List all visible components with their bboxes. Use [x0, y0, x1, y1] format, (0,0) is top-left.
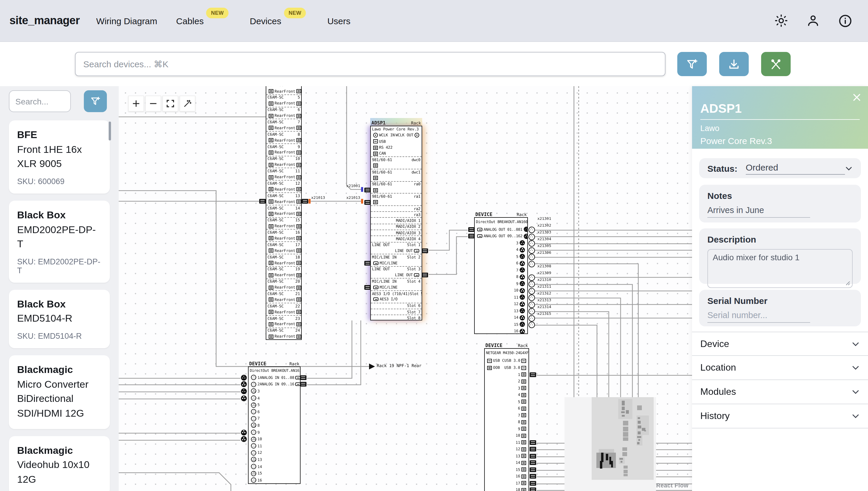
dsub-handle[interactable] — [468, 227, 475, 232]
sidebar-search-input[interactable] — [9, 90, 71, 112]
node-title: ADSP1 — [371, 120, 386, 126]
cable-label: x21315 — [537, 311, 551, 316]
rj45-icon — [522, 454, 526, 458]
rj45-icon — [522, 420, 526, 424]
dsu-icon — [295, 376, 300, 379]
new-badge: NEW — [284, 7, 306, 18]
rj45-icon — [297, 126, 301, 130]
nav-item-users[interactable]: Users — [328, 16, 351, 26]
xlr-handle[interactable] — [529, 315, 535, 322]
rj45-icon — [269, 200, 273, 204]
dsub-handle[interactable] — [300, 382, 306, 387]
xlr-icon — [524, 234, 527, 239]
xlr-handle[interactable] — [241, 395, 247, 401]
node-netgear-switch[interactable]: DEVICERack NETGEAR M4350-24G4XFUSB CUSB … — [484, 341, 529, 491]
minimap[interactable] — [564, 397, 656, 491]
rj45-icon — [297, 285, 301, 289]
notes-input[interactable]: Arrives in June — [707, 205, 810, 218]
description-textarea[interactable]: Audio mixer for studio 1 — [707, 249, 852, 288]
status-select[interactable]: Ordered — [746, 162, 845, 174]
rj45-handle[interactable] — [530, 461, 536, 465]
auto-layout-wand-button[interactable] — [179, 96, 195, 112]
zoom-out-button[interactable] — [145, 96, 161, 112]
wiring-canvas[interactable]: x21013x21013x21001x21301x21302x21303x213… — [119, 86, 692, 491]
dsub-handle[interactable] — [422, 272, 428, 277]
device-card[interactable]: BlackmagicVideohub 10x10 12G — [9, 436, 110, 491]
rj45-handle[interactable] — [530, 467, 536, 472]
device-list: BFEFront 1HE 16x XLR 9005SKU: 600069Blac… — [9, 120, 110, 491]
rj45-icon — [297, 236, 301, 240]
nav-item-wiring-diagram[interactable]: Wiring Diagram — [96, 16, 157, 26]
rj45-handle[interactable] — [302, 199, 308, 204]
rj45-handle[interactable] — [530, 372, 536, 377]
accordion-device[interactable]: Device — [692, 332, 868, 356]
xlr-handle[interactable] — [529, 288, 535, 294]
xlr-handle[interactable] — [529, 301, 535, 308]
canvas-controls — [128, 96, 197, 112]
rj45-icon — [297, 163, 301, 167]
xlr-handle[interactable] — [529, 275, 535, 281]
dsub-handle[interactable] — [364, 261, 371, 266]
dsub-handle[interactable] — [300, 375, 306, 380]
filter-add-button[interactable] — [677, 52, 707, 76]
us-icon — [373, 139, 378, 143]
xlr-handle[interactable] — [241, 375, 247, 381]
xlr-handle[interactable] — [529, 247, 535, 254]
rj45-handle[interactable] — [530, 488, 536, 491]
device-card[interactable]: Black BoxEMD2002PE-DP-TSKU: EMD2002PE-DP… — [9, 201, 110, 283]
dsub-handle[interactable] — [364, 200, 371, 205]
chevron-down-icon — [851, 340, 860, 348]
accordion-modules[interactable]: Modules — [692, 380, 868, 404]
cut-cable-button[interactable] — [761, 52, 791, 76]
sidebar-scrollbar[interactable] — [109, 121, 111, 140]
nav-item-devices[interactable]: Devices NEW — [250, 16, 281, 26]
device-details-panel: ADSP1 Lawo Power Core Rev.3 Status: Orde… — [692, 86, 868, 491]
serial-input[interactable]: Serial number... — [707, 310, 810, 323]
search-input[interactable] — [75, 52, 666, 76]
cable-label: x21310 — [537, 277, 551, 282]
device-model: EMD2002PE-DP-T — [17, 223, 102, 252]
rj45-handle[interactable] — [530, 447, 536, 452]
xlr-icon — [251, 450, 256, 456]
rj45-icon — [522, 468, 526, 472]
user-icon[interactable] — [806, 13, 820, 28]
xlr-icon — [520, 288, 525, 293]
rj45-handle[interactable] — [530, 440, 536, 445]
close-icon[interactable] — [852, 93, 861, 104]
xlr-handle[interactable] — [241, 388, 247, 394]
zoom-in-button[interactable] — [128, 96, 144, 112]
accordion-location[interactable]: Location — [692, 356, 868, 380]
rj45-handle[interactable] — [530, 481, 536, 486]
theme-sun-icon[interactable] — [774, 13, 788, 28]
dsub-handle[interactable] — [468, 234, 475, 239]
node-breakout-an16i[interactable]: DEVICERack DirectOut BREAKOUT.AN16I1ANAL… — [248, 359, 301, 484]
nav-item-cables[interactable]: Cables NEW — [176, 16, 204, 26]
device-card[interactable]: BlackmagicMicro Converter BiDirectional … — [9, 355, 110, 429]
node-adsp1[interactable]: ADSP1Rack Lawo Power Core Rev.3WCLK INWC… — [370, 118, 422, 320]
download-button[interactable] — [719, 52, 749, 76]
rj45-handle[interactable] — [259, 199, 266, 204]
rj45-icon — [297, 175, 301, 179]
rj45-handle[interactable] — [530, 474, 536, 479]
device-sku: SKU: 600069 — [17, 177, 102, 186]
node-breakout-an160[interactable]: DEVICERack DirectOut BREAKOUT.AN160ANALO… — [474, 209, 528, 334]
dsub-handle[interactable] — [422, 249, 428, 253]
resize-handle-icon[interactable] — [845, 281, 850, 286]
node-rack-column[interactable]: C6AM-SC4RearFrontC6AM-SC5RearFrontC6AM-S… — [266, 86, 302, 340]
xlr-handle[interactable] — [529, 234, 535, 240]
cable-label: x21309 — [537, 270, 551, 275]
xlr-handle[interactable] — [529, 261, 535, 267]
fit-view-button[interactable] — [162, 96, 178, 112]
info-icon[interactable] — [838, 13, 852, 28]
xlr-handle[interactable] — [241, 429, 247, 435]
rj45-icon — [522, 440, 526, 445]
accordion-history[interactable]: History — [692, 404, 868, 428]
device-card[interactable]: BFEFront 1HE 16x XLR 9005SKU: 600069 — [9, 120, 110, 194]
dsub-handle[interactable] — [364, 285, 371, 290]
dsub-handle[interactable] — [364, 187, 371, 192]
sidebar-filter-button[interactable] — [84, 90, 107, 112]
xlr-icon — [251, 388, 256, 394]
device-card[interactable]: Black BoxEMD5104-RSKU: EMD5104-R — [9, 290, 110, 348]
rj45-handle[interactable] — [530, 454, 536, 459]
app-logo[interactable]: site_manager — [9, 14, 80, 27]
